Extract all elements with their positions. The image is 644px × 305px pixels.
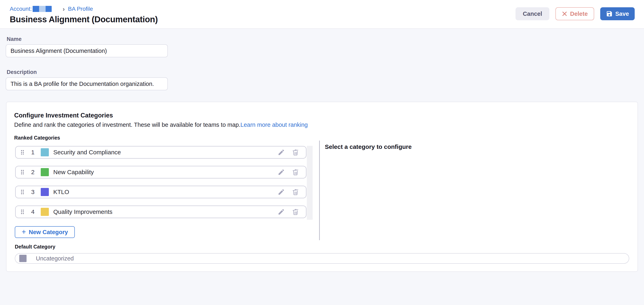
name-input[interactable] <box>6 44 168 57</box>
pencil-icon <box>278 188 285 196</box>
category-color-swatch <box>41 188 49 196</box>
delete-category-button[interactable] <box>291 188 300 196</box>
list-scrollbar[interactable] <box>307 146 313 220</box>
default-category-name: Uncategorized <box>36 255 74 262</box>
new-category-button[interactable]: + New Category <box>15 226 75 238</box>
category-rank: 4 <box>30 208 36 215</box>
delete-button-label: Delete <box>570 10 588 17</box>
name-label: Name <box>7 36 644 42</box>
category-name: Security and Compliance <box>53 149 121 156</box>
drag-handle-icon[interactable] <box>21 189 24 195</box>
profile-form: Name Description <box>0 29 644 90</box>
floppy-disk-icon <box>606 10 613 17</box>
drag-handle-icon[interactable] <box>21 150 24 155</box>
category-color-swatch <box>41 148 49 156</box>
trash-icon <box>292 208 299 216</box>
category-row[interactable]: 1 Security and Compliance <box>15 146 306 159</box>
category-row[interactable]: 4 Quality Improvements <box>15 206 306 218</box>
trash-icon <box>292 168 299 176</box>
edit-category-button[interactable] <box>277 148 286 157</box>
category-rank: 1 <box>30 149 36 156</box>
default-category-label: Default Category <box>15 244 55 250</box>
description-label: Description <box>7 69 644 75</box>
panel-divider <box>319 141 320 240</box>
trash-icon <box>292 148 299 156</box>
card-title: Configure Investment Categories <box>14 112 113 119</box>
category-color-swatch <box>41 168 49 176</box>
new-category-button-label: New Category <box>29 229 68 236</box>
pencil-icon <box>278 149 285 156</box>
header-actions: Cancel Delete Save <box>516 7 635 20</box>
empty-state-message: Select a category to configure <box>325 143 412 150</box>
category-name: KTLO <box>53 189 69 195</box>
delete-button[interactable]: Delete <box>556 7 594 20</box>
card-subtitle-text: Define and rank the categories of invest… <box>14 121 240 128</box>
ranked-categories-list: 1 Security and Compliance <box>15 146 306 225</box>
chevron-right-icon: › <box>62 6 65 12</box>
category-row[interactable]: 2 New Capability <box>15 166 306 178</box>
redacted-account-name <box>33 6 52 12</box>
learn-more-ranking-link[interactable]: Learn more about ranking <box>240 121 308 128</box>
drag-handle-icon[interactable] <box>21 170 24 175</box>
breadcrumb-account-link[interactable]: Account: <box>10 6 32 12</box>
edit-category-button[interactable] <box>277 207 286 216</box>
save-button-label: Save <box>615 10 629 17</box>
save-button[interactable]: Save <box>600 7 635 20</box>
delete-category-button[interactable] <box>291 207 300 216</box>
x-icon <box>562 11 567 16</box>
category-rank: 3 <box>30 189 36 195</box>
category-name: Quality Improvements <box>53 208 112 215</box>
edit-category-button[interactable] <box>277 188 286 196</box>
category-row[interactable]: 3 KTLO <box>15 186 306 198</box>
category-name: New Capability <box>53 169 94 176</box>
breadcrumb-ba-profile-link[interactable]: BA Profile <box>68 6 93 12</box>
cancel-button[interactable]: Cancel <box>516 7 549 20</box>
ranked-categories-label: Ranked Categories <box>14 135 60 141</box>
card-subtitle: Define and rank the categories of invest… <box>14 121 308 128</box>
plus-icon: + <box>22 228 26 236</box>
default-category-swatch <box>19 255 26 262</box>
delete-category-button[interactable] <box>291 148 300 157</box>
edit-category-button[interactable] <box>277 168 286 177</box>
category-rank: 2 <box>30 169 36 176</box>
trash-icon <box>292 188 299 196</box>
page-header: Account: › BA Profile Business Alignment… <box>0 0 644 29</box>
description-input[interactable] <box>6 77 168 90</box>
category-color-swatch <box>41 208 49 216</box>
pencil-icon <box>278 169 285 176</box>
drag-handle-icon[interactable] <box>21 209 24 215</box>
delete-category-button[interactable] <box>291 168 300 177</box>
pencil-icon <box>278 208 285 216</box>
default-category-row[interactable]: Uncategorized <box>15 253 629 264</box>
configure-categories-card: Configure Investment Categories Define a… <box>6 102 638 272</box>
